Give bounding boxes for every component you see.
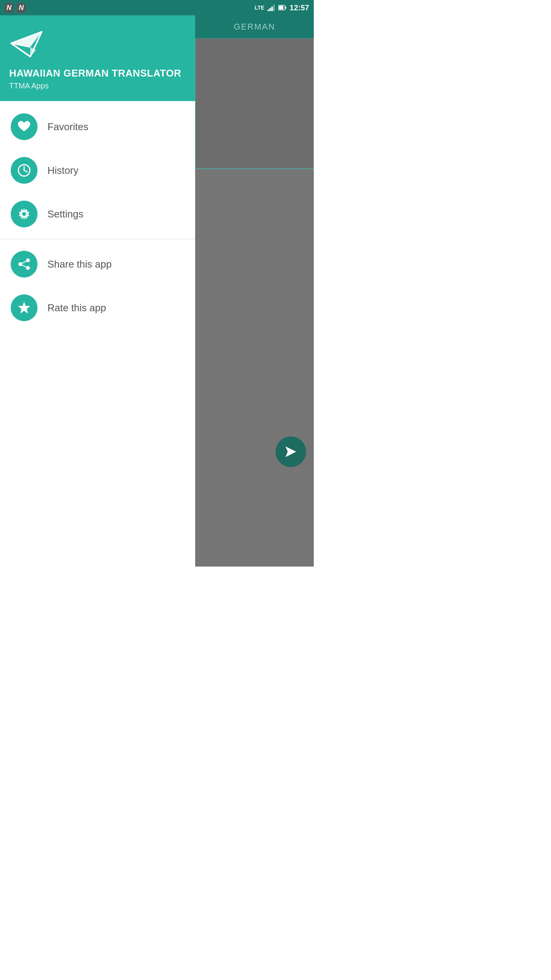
battery-icon [278, 5, 287, 11]
send-icon [284, 445, 298, 459]
svg-line-22 [20, 260, 28, 264]
svg-marker-25 [285, 446, 296, 457]
svg-rect-1 [269, 8, 271, 11]
favorites-icon-circle [11, 113, 37, 140]
right-panel-header: GERMAN [195, 15, 314, 38]
lte-icon: LTE [254, 5, 264, 11]
translation-output-area [195, 168, 314, 169]
favorites-label: Favorites [47, 121, 88, 133]
main-container: HAWAIIAN GERMAN TRANSLATOR TTMA Apps Fav… [0, 15, 314, 567]
svg-rect-0 [267, 10, 269, 11]
app-subtitle: TTMA Apps [9, 82, 186, 90]
status-bar: N N LTE 12:57 [0, 0, 314, 15]
status-left-icons: N N [5, 3, 27, 13]
app-logo-icon [9, 26, 44, 60]
menu-item-history[interactable]: History [0, 149, 195, 192]
heart-icon [17, 121, 31, 133]
history-label: History [47, 165, 78, 176]
clock-display: 12:57 [290, 3, 309, 12]
right-panel-content [195, 38, 314, 567]
drawer: HAWAIIAN GERMAN TRANSLATOR TTMA Apps Fav… [0, 15, 195, 567]
menu-divider [0, 239, 195, 239]
signal-icon [267, 4, 275, 11]
svg-line-16 [24, 170, 27, 172]
right-panel: GERMAN [195, 15, 314, 567]
svg-rect-3 [273, 5, 275, 11]
svg-line-23 [20, 264, 28, 268]
send-button[interactable] [276, 436, 306, 467]
gear-icon [17, 207, 31, 221]
svg-marker-13 [30, 47, 36, 57]
menu-list: Favorites History [0, 101, 195, 567]
menu-item-settings[interactable]: Settings [0, 192, 195, 236]
svg-rect-2 [271, 7, 273, 11]
menu-item-favorites[interactable]: Favorites [0, 105, 195, 149]
share-icon [17, 257, 31, 271]
clock-icon [17, 163, 31, 177]
rate-label: Rate this app [47, 302, 106, 314]
svg-rect-5 [285, 7, 286, 9]
rate-icon-circle [11, 294, 37, 321]
status-right-area: LTE 12:57 [254, 3, 309, 12]
menu-item-rate[interactable]: Rate this app [0, 286, 195, 330]
settings-label: Settings [47, 208, 83, 220]
notification-n1-icon: N [5, 3, 13, 13]
star-icon [17, 301, 31, 315]
settings-icon-circle [11, 201, 37, 227]
app-title: HAWAIIAN GERMAN TRANSLATOR [9, 67, 186, 79]
svg-marker-24 [18, 302, 30, 314]
right-header-title: GERMAN [234, 22, 276, 32]
share-label: Share this app [47, 258, 112, 270]
notification-n2-icon: N [17, 3, 26, 13]
share-icon-circle [11, 251, 37, 278]
menu-item-share[interactable]: Share this app [0, 242, 195, 286]
history-icon-circle [11, 157, 37, 184]
svg-marker-12 [11, 32, 42, 47]
svg-point-18 [22, 212, 26, 216]
translation-input-area [195, 38, 314, 168]
drawer-header: HAWAIIAN GERMAN TRANSLATOR TTMA Apps [0, 15, 195, 101]
